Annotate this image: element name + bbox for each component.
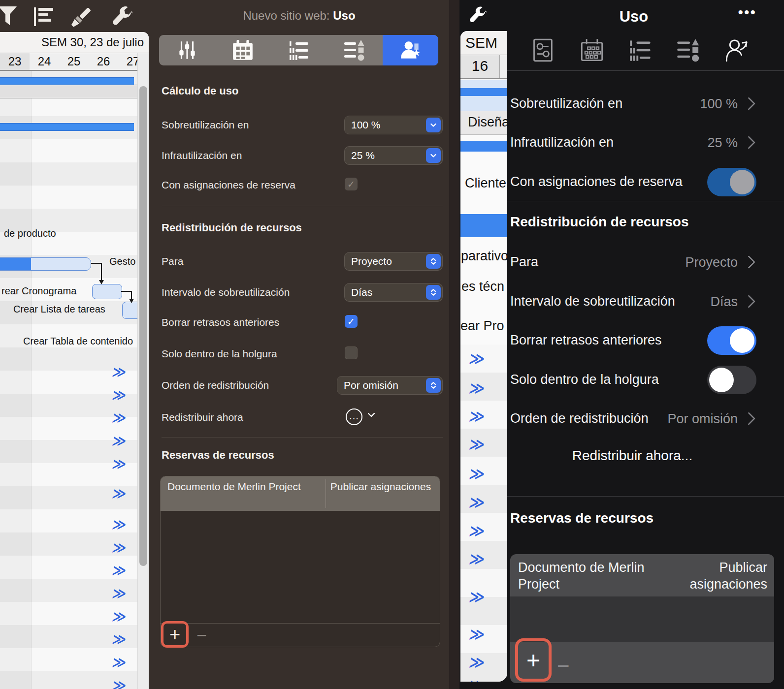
task-label: ear Pro [460, 318, 504, 334]
table-column-divider [326, 479, 326, 508]
background-edge [449, 0, 459, 689]
task-bar-progress[interactable] [0, 257, 91, 271]
continuation-chevron-icon: ≫ [468, 350, 492, 367]
scrollbar-thumb[interactable] [139, 86, 147, 566]
continuation-chevron-icon: ≫ [468, 436, 492, 453]
summary-bar[interactable] [460, 141, 507, 152]
order-value: Por omisión [344, 379, 398, 391]
macos-window: de producto Gesto rear Cronograma Crear … [0, 0, 449, 689]
underuse-combo[interactable]: 25 % [344, 146, 443, 165]
chevron-right-icon[interactable] [742, 412, 755, 425]
for-popup[interactable]: Proyecto [344, 252, 443, 271]
outline-icon[interactable] [33, 6, 55, 30]
section-title-bookings: Reservas de recursos [510, 510, 653, 526]
continuation-chevron-icon: ≫ [111, 433, 133, 449]
interval-label: Intervalo de sobreutilización [510, 294, 675, 309]
for-value[interactable]: Proyecto [685, 255, 738, 270]
chevron-down-icon[interactable] [426, 148, 441, 163]
tab-resources[interactable] [725, 38, 750, 64]
filter-icon[interactable] [0, 4, 21, 32]
interval-label: Intervalo de sobreutilización [162, 286, 290, 298]
reserve-checkbox[interactable]: ✓ [345, 178, 358, 190]
interval-popup[interactable]: Días [344, 283, 443, 302]
reserve-toggle[interactable] [707, 168, 756, 196]
dependency-line [121, 291, 132, 292]
remove-button[interactable]: − [557, 654, 570, 678]
tab-resources[interactable] [383, 35, 438, 65]
tab-calendar[interactable] [215, 35, 270, 65]
underuse-label: Infrautilización en [162, 150, 242, 161]
paintbrush-icon[interactable] [67, 4, 94, 33]
day-cell: 16 [460, 55, 500, 78]
divider [507, 496, 784, 497]
group-row-band [0, 85, 137, 98]
continuation-chevron-icon: ≫ [111, 410, 133, 426]
continuation-chevron-icon: ≫ [111, 609, 133, 625]
chevron-up-down-icon[interactable] [426, 285, 441, 300]
task-bar[interactable] [92, 284, 122, 299]
summary-bar[interactable] [0, 77, 134, 85]
clear-delays-toggle[interactable] [707, 326, 756, 355]
task-label: Cliente [465, 176, 506, 191]
for-label: Para [162, 255, 183, 267]
remove-button[interactable]: − [196, 625, 207, 646]
bookings-table: Documento de Merlin Project Publicar asi… [160, 476, 440, 647]
more-icon[interactable]: ••• [738, 4, 756, 21]
table-col-publish: Publicar asignaciones [654, 559, 767, 593]
toggle-knob [730, 328, 754, 353]
continuation-chevron-icon: ≫ [468, 465, 492, 482]
inspector-tab-bar [159, 35, 438, 65]
summary-bar[interactable] [0, 123, 134, 131]
underuse-label: Infrautilización en [510, 135, 614, 150]
continuation-chevron-icon: ≫ [468, 677, 492, 682]
order-popup[interactable]: Por omisión [337, 376, 443, 395]
tab-settings[interactable] [531, 38, 555, 64]
underuse-value[interactable]: 25 % [707, 135, 738, 151]
task-label: Crear Lista de tareas [13, 304, 105, 315]
gantt-week-header: SEM 30, 23 de julio [0, 32, 149, 53]
dependency-arrow [129, 299, 134, 303]
task-label: parativo [461, 249, 507, 264]
task-bar-light [460, 96, 507, 111]
tab-styles-list[interactable] [676, 38, 701, 64]
tab-styles-list[interactable] [327, 35, 382, 65]
tab-outline-list[interactable] [628, 38, 653, 64]
tab-settings[interactable] [159, 35, 215, 65]
chevron-down-icon[interactable] [367, 411, 376, 420]
chevron-right-icon[interactable] [742, 97, 755, 110]
chevron-right-icon[interactable] [742, 136, 755, 149]
chevron-up-down-icon[interactable] [426, 378, 441, 393]
continuation-chevron-icon: ≫ [111, 586, 133, 601]
tab-outline-list[interactable] [271, 35, 327, 65]
tab-calendar[interactable] [580, 38, 604, 64]
inspector-title-name: Uso [333, 9, 355, 22]
divider [507, 70, 784, 71]
clear-delays-checkbox[interactable]: ✓ [345, 315, 358, 328]
level-now-button[interactable]: … [346, 408, 362, 425]
continuation-chevron-icon: ≫ [111, 364, 133, 380]
chevron-right-icon[interactable] [742, 295, 755, 308]
overuse-label: Sobreutilización en [162, 119, 249, 131]
order-label: Orden de redistribución [510, 411, 649, 426]
order-value[interactable]: Por omisión [667, 411, 738, 427]
task-label: rear Cronograma [1, 285, 76, 297]
wrench-icon[interactable] [109, 4, 135, 32]
scrollbar-track[interactable] [137, 53, 149, 689]
add-button[interactable]: + [526, 647, 540, 674]
summary-bar[interactable] [460, 214, 507, 237]
overuse-value[interactable]: 100 % [700, 96, 738, 112]
slack-checkbox[interactable] [345, 346, 358, 359]
continuation-chevron-icon: ≫ [468, 654, 492, 671]
continuation-chevron-icon: ≫ [111, 540, 133, 556]
chevron-right-icon[interactable] [742, 255, 755, 269]
summary-bar[interactable] [460, 88, 507, 96]
overuse-combo[interactable]: 100 % [344, 116, 443, 134]
wrench-icon[interactable] [467, 5, 489, 29]
interval-value[interactable]: Días [710, 294, 738, 310]
slack-toggle[interactable] [707, 366, 756, 394]
level-now-button[interactable]: Redistribuir ahora... [510, 448, 754, 464]
add-button[interactable]: + [169, 625, 180, 644]
chevron-down-icon[interactable] [426, 118, 441, 132]
underuse-value: 25 % [351, 150, 375, 161]
chevron-up-down-icon[interactable] [426, 254, 441, 269]
